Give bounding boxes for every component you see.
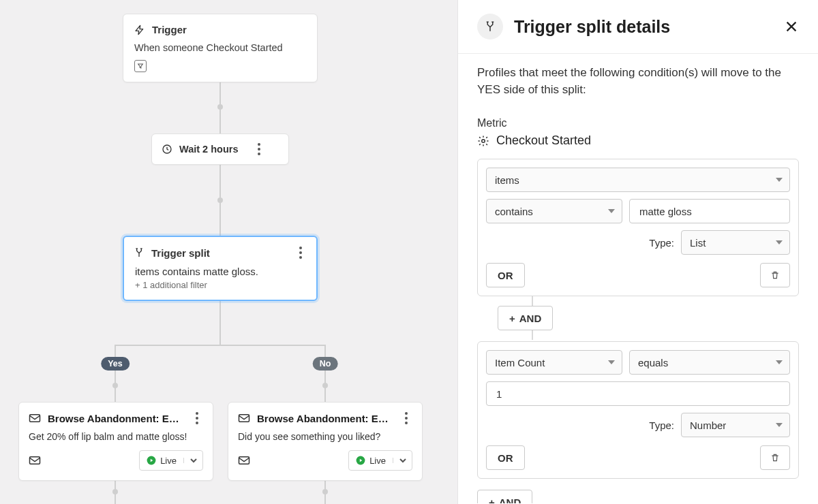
caret-icon xyxy=(776,360,783,364)
type-value: List xyxy=(690,237,706,249)
panel-title: Trigger split details xyxy=(514,17,773,37)
caret-icon xyxy=(608,360,615,364)
branch-label-yes: Yes xyxy=(101,357,130,371)
split-sub: + 1 additional filter xyxy=(135,280,305,290)
email-yes-title: Browse Abandonment: Email… xyxy=(48,413,184,424)
wait-card[interactable]: Wait 2 hours xyxy=(151,133,289,165)
bolt-icon xyxy=(134,25,145,35)
split-more-menu[interactable] xyxy=(294,247,307,259)
delete-condition-button[interactable] xyxy=(760,263,790,287)
plus-icon: + xyxy=(509,313,515,324)
trigger-desc: When someone Checkout Started xyxy=(134,42,306,53)
type-label: Type: xyxy=(649,420,674,431)
value-input[interactable] xyxy=(486,381,790,406)
connector-dot xyxy=(112,489,118,494)
caret-icon xyxy=(608,209,615,213)
no-text: No xyxy=(320,359,331,368)
or-button[interactable]: OR xyxy=(486,445,525,470)
caret-icon xyxy=(776,240,783,245)
email-yes-desc: Get 20% off lip balm and matte gloss! xyxy=(19,424,213,442)
type-select[interactable]: Number xyxy=(681,413,790,437)
wait-label: Wait 2 hours xyxy=(179,144,238,155)
trigger-card[interactable]: Trigger When someone Checkout Started xyxy=(123,14,318,82)
condition-block-1: items contains Type: List xyxy=(477,159,799,296)
yes-text: Yes xyxy=(108,359,123,368)
metric-value: Checkout Started xyxy=(496,133,591,148)
trash-icon xyxy=(770,270,780,281)
metric-label: Metric xyxy=(477,117,799,129)
operator-select[interactable]: contains xyxy=(486,199,622,223)
email-no-more-menu[interactable] xyxy=(400,412,412,424)
chevron-down-icon xyxy=(183,458,202,463)
filter-icon xyxy=(134,60,306,72)
value-input-field[interactable] xyxy=(495,388,781,400)
panel-intro: Profiles that meet the following conditi… xyxy=(477,65,799,98)
mail-icon xyxy=(29,413,41,423)
caret-icon xyxy=(776,178,783,182)
property-select[interactable]: items xyxy=(486,168,790,192)
type-value: Number xyxy=(690,420,726,431)
svg-rect-2 xyxy=(30,457,40,464)
close-button[interactable] xyxy=(784,19,799,34)
connector-dot xyxy=(112,383,118,388)
value-input[interactable] xyxy=(629,199,790,223)
email-card-yes[interactable]: Browse Abandonment: Email… Get 20% off l… xyxy=(18,402,213,481)
split-icon xyxy=(477,14,503,40)
connector xyxy=(115,345,326,346)
email-yes-status-dropdown[interactable]: Live xyxy=(139,450,203,471)
trash-icon xyxy=(770,452,780,463)
svg-rect-4 xyxy=(239,415,249,422)
flow-canvas[interactable]: Yes No Trigger When someone Checkout Sta… xyxy=(0,0,457,504)
branch-label-no: No xyxy=(313,357,338,371)
operator-select[interactable]: equals xyxy=(629,350,790,375)
wait-more-menu[interactable] xyxy=(253,143,265,155)
details-panel: Trigger split details Profiles that meet… xyxy=(457,0,818,504)
property-select[interactable]: Item Count xyxy=(486,350,622,375)
chevron-down-icon xyxy=(393,458,412,463)
email-no-status-dropdown[interactable]: Live xyxy=(348,450,412,471)
connector-dot xyxy=(217,104,223,110)
trigger-title: Trigger xyxy=(152,24,187,35)
mail-icon xyxy=(238,456,250,465)
mail-icon xyxy=(238,413,250,423)
add-and-button[interactable]: + AND xyxy=(477,490,532,503)
property-value: items xyxy=(495,174,519,186)
split-icon xyxy=(134,247,145,258)
connector-dot xyxy=(217,198,223,203)
mail-icon xyxy=(29,456,41,465)
svg-point-7 xyxy=(482,140,485,143)
trigger-split-card[interactable]: Trigger split items contains matte gloss… xyxy=(123,236,318,301)
play-icon xyxy=(356,456,365,465)
clock-icon xyxy=(162,144,172,155)
connector-dot xyxy=(322,489,328,494)
operator-value: contains xyxy=(495,206,533,217)
delete-condition-button[interactable] xyxy=(760,445,790,470)
value-input-field[interactable] xyxy=(638,205,781,218)
split-desc: items contains matte gloss. xyxy=(135,266,305,277)
svg-rect-1 xyxy=(30,415,40,422)
or-button[interactable]: OR xyxy=(486,263,525,287)
status-text: Live xyxy=(369,456,386,466)
email-no-desc: Did you see something you liked? xyxy=(228,424,422,442)
email-card-no[interactable]: Browse Abandonment: Email… Did you see s… xyxy=(228,402,423,481)
email-no-title: Browse Abandonment: Email… xyxy=(257,413,393,424)
caret-icon xyxy=(776,423,783,427)
type-label: Type: xyxy=(649,237,674,249)
connector xyxy=(115,345,116,402)
type-select[interactable]: List xyxy=(681,230,790,255)
connector-dot xyxy=(322,383,328,388)
property-value: Item Count xyxy=(495,357,545,368)
operator-value: equals xyxy=(638,357,668,368)
play-icon xyxy=(147,456,156,465)
connector xyxy=(219,300,221,346)
connector xyxy=(324,345,326,402)
condition-block-2: Item Count equals Type: Number xyxy=(477,341,799,479)
gear-icon xyxy=(477,135,489,147)
split-title: Trigger split xyxy=(151,247,210,259)
email-yes-more-menu[interactable] xyxy=(191,412,203,424)
svg-rect-5 xyxy=(239,457,249,464)
plus-icon: + xyxy=(489,497,495,503)
and-chip[interactable]: + AND xyxy=(498,306,553,330)
status-text: Live xyxy=(160,456,177,466)
